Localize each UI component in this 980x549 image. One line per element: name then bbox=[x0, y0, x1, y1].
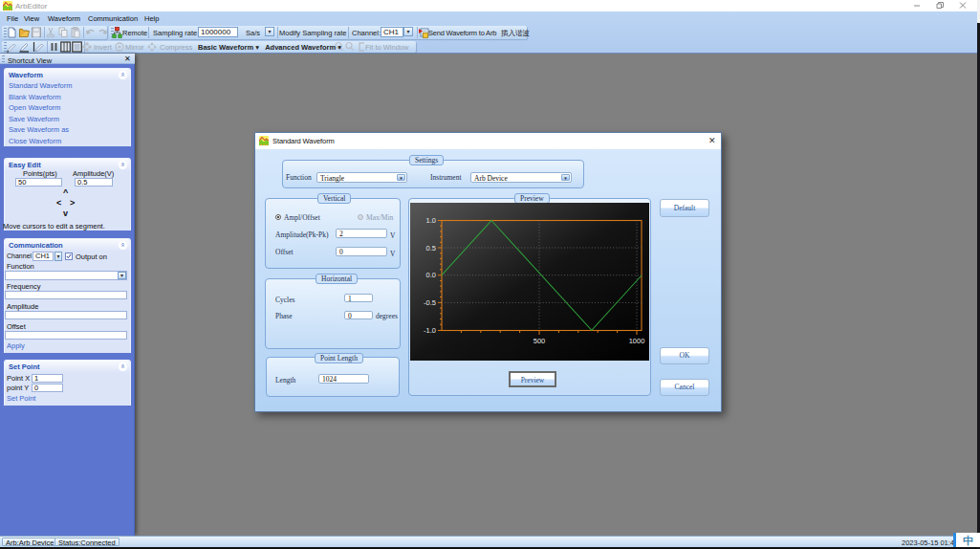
svg-text:-0.5: -0.5 bbox=[424, 298, 436, 307]
svg-text:1000: 1000 bbox=[629, 337, 645, 345]
svg-text:0.0: 0.0 bbox=[426, 271, 436, 279]
svg-text:500: 500 bbox=[534, 337, 546, 345]
svg-text:-1.0: -1.0 bbox=[424, 326, 436, 335]
svg-text:1.0: 1.0 bbox=[426, 216, 436, 225]
svg-text:0.5: 0.5 bbox=[426, 244, 436, 253]
